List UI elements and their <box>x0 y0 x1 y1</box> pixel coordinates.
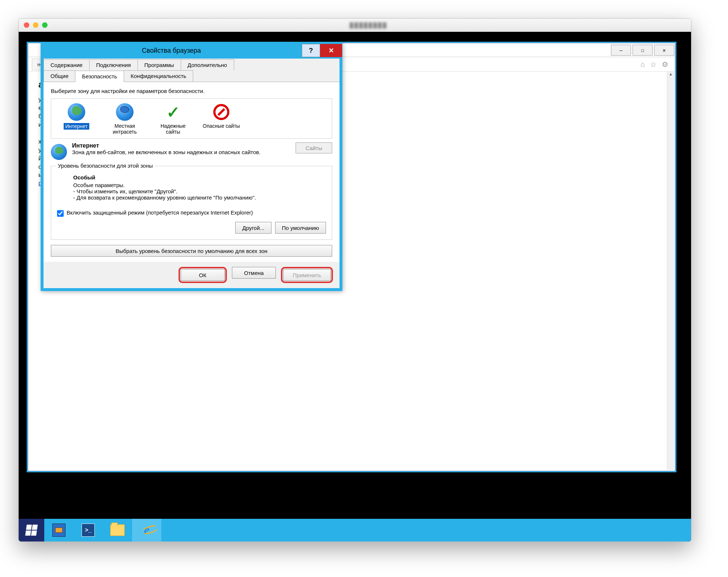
folder-icon <box>110 524 125 536</box>
ie-minimize-button[interactable]: — <box>611 45 631 56</box>
default-level-button[interactable]: По умолчанию <box>275 222 326 234</box>
zone-desc-text: Зона для веб-сайтов, не включенных в зон… <box>72 149 290 155</box>
tab-security[interactable]: Безопасность <box>75 71 124 82</box>
reset-all-zones-button[interactable]: Выбрать уровень безопасности по умолчани… <box>51 245 332 257</box>
taskbar-powershell[interactable]: >_ <box>74 519 103 541</box>
tab-programs[interactable]: Программы <box>138 59 181 70</box>
sites-button[interactable]: Сайты <box>296 142 332 153</box>
fieldset-legend: Уровень безопасности для этой зоны <box>56 163 155 169</box>
dialog-help-button[interactable]: ? <box>302 44 320 57</box>
ie-close-button[interactable]: ✕ <box>654 45 674 56</box>
start-button[interactable] <box>19 519 44 541</box>
mac-zoom-icon[interactable] <box>42 22 48 28</box>
zone-internet[interactable]: Интернет <box>56 103 97 135</box>
taskbar-ie[interactable]: e <box>132 519 161 541</box>
protected-mode-input[interactable] <box>57 210 64 217</box>
zone-label: Интернет <box>64 123 89 130</box>
zone-intranet[interactable]: Местная интрасеть <box>105 103 145 135</box>
mac-minimize-icon[interactable] <box>33 22 38 28</box>
dialog-title: Свойства браузера <box>41 47 302 55</box>
checkmark-icon: ✓ <box>164 103 182 121</box>
apply-button[interactable]: Применить <box>283 269 331 281</box>
protected-mode-checkbox[interactable]: Включить защищенный режим (потребуется п… <box>57 209 326 217</box>
tab-connections[interactable]: Подключения <box>89 59 138 70</box>
gear-icon[interactable]: ⚙ <box>662 60 668 69</box>
mac-close-icon[interactable] <box>24 22 29 28</box>
taskbar-server-manager[interactable] <box>44 519 74 541</box>
ie-tools: ⌂ ☆ ⚙ <box>641 60 671 69</box>
ie-maximize-button[interactable]: ☐ <box>633 45 653 56</box>
cancel-button[interactable]: Отмена <box>232 267 276 279</box>
zone-prompt: Выберите зону для настройки ее параметро… <box>51 88 332 94</box>
zone-desc-title: Интернет <box>72 142 99 149</box>
globe-icon <box>68 103 85 121</box>
level-name: Особый <box>73 174 322 180</box>
dialog-titlebar[interactable]: Свойства браузера ? ✕ <box>41 42 342 59</box>
zone-label: Опасные сайты <box>203 123 240 129</box>
zone-list: Интернет Местная интрасеть ✓ Надежные са… <box>51 98 332 139</box>
zone-label: Надежные сайты <box>161 123 186 135</box>
ie-icon: e <box>144 523 149 537</box>
windows-logo-icon <box>25 525 38 536</box>
server-manager-icon <box>52 524 65 537</box>
ie-scrollbar[interactable]: ▲ <box>667 72 674 470</box>
ok-button[interactable]: ОК <box>181 269 225 281</box>
dialog-footer: ОК Отмена Применить <box>44 262 339 288</box>
internet-properties-dialog: Свойства браузера ? ✕ Содержание Подключ… <box>41 42 342 291</box>
zone-restricted[interactable]: Опасные сайты <box>201 103 241 135</box>
tab-privacy[interactable]: Конфиденциальность <box>124 70 193 82</box>
mac-window: ████████ — ☐ ✕ ной... × ⌂ ☆ ⚙ <box>18 18 691 542</box>
mac-titlebar: ████████ <box>19 19 691 32</box>
zone-label: Местная интрасеть <box>113 123 137 135</box>
dialog-body: Выберите зону для настройки ее параметро… <box>44 82 339 262</box>
taskbar: >_ e <box>19 519 691 541</box>
custom-level-button[interactable]: Другой... <box>235 222 271 234</box>
dialog-tabstrip: Содержание Подключения Программы Дополни… <box>44 59 339 82</box>
security-level-fieldset: Уровень безопасности для этой зоны Особы… <box>51 166 332 240</box>
home-icon[interactable]: ⌂ <box>641 60 645 69</box>
noentry-icon <box>213 104 229 120</box>
taskbar-explorer[interactable] <box>103 519 132 541</box>
tab-advanced[interactable]: Дополнительно <box>181 59 234 70</box>
scroll-up-icon[interactable]: ▲ <box>667 72 674 79</box>
zone-description: Интернет Зона для веб-сайтов, не включен… <box>51 142 332 160</box>
tab-general[interactable]: Общие <box>44 70 75 82</box>
powershell-icon: >_ <box>82 524 95 537</box>
intranet-icon <box>116 103 134 121</box>
protected-mode-label: Включить защищенный режим (потребуется п… <box>67 209 253 216</box>
dialog-close-button[interactable]: ✕ <box>320 44 342 57</box>
tab-content[interactable]: Содержание <box>44 59 90 70</box>
zone-trusted[interactable]: ✓ Надежные сайты <box>153 103 193 135</box>
globe-icon <box>51 144 67 160</box>
remote-desktop: — ☐ ✕ ной... × ⌂ ☆ ⚙ асности Internet Ex… <box>19 32 691 541</box>
favorites-icon[interactable]: ☆ <box>650 60 657 69</box>
mac-title: ████████ <box>51 22 686 28</box>
security-level-block: Особый Особые параметры. - Чтобы изменит… <box>57 171 326 206</box>
